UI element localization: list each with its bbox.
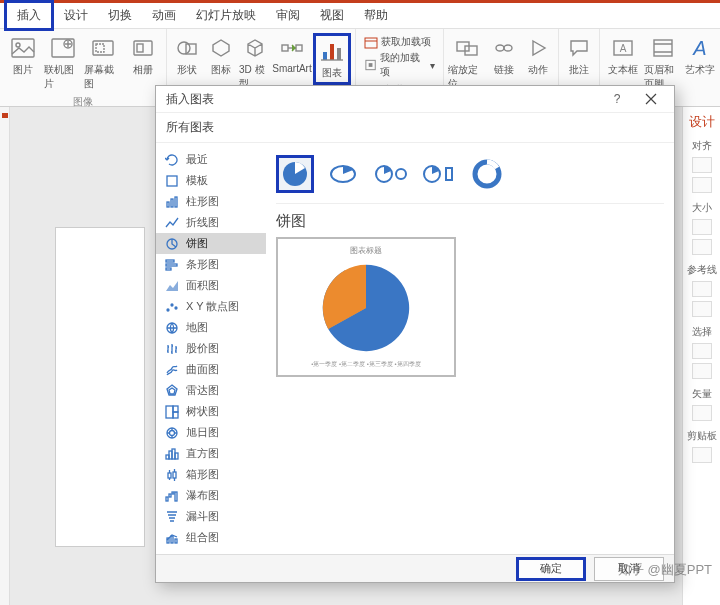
ribbon-link[interactable]: 链接 bbox=[488, 33, 520, 79]
ribbon-tab-slideshow[interactable]: 幻灯片放映 bbox=[186, 3, 266, 28]
ribbon-tab-review[interactable]: 审阅 bbox=[266, 3, 310, 28]
chart-type-area[interactable]: 面积图 bbox=[156, 275, 266, 296]
guide-tool-icon[interactable] bbox=[692, 301, 712, 317]
slide-thumbnail-strip[interactable] bbox=[0, 107, 10, 605]
size-tool-icon[interactable] bbox=[692, 239, 712, 255]
watermark: 知乎 @幽夏PPT bbox=[618, 561, 712, 579]
chart-type-map[interactable]: 地图 bbox=[156, 317, 266, 338]
ribbon-textbox[interactable]: A 文本框 bbox=[604, 33, 642, 79]
album-icon bbox=[130, 35, 156, 61]
side-panel-guides[interactable]: 参考线 bbox=[687, 263, 717, 277]
side-panel-select[interactable]: 选择 bbox=[692, 325, 712, 339]
ribbon-tab-design[interactable]: 设计 bbox=[54, 3, 98, 28]
chart-preview[interactable]: 图表标题 •第一季度 •第二季度 •第三季度 •第四季度 bbox=[276, 237, 456, 377]
chart-type-funnel[interactable]: 漏斗图 bbox=[156, 506, 266, 527]
svg-point-42 bbox=[170, 430, 175, 435]
ribbon-shapes[interactable]: 形状 bbox=[171, 33, 203, 79]
ribbon-3d-models[interactable]: 3D 模型 bbox=[239, 33, 271, 93]
side-panel-clipboard[interactable]: 剪贴板 bbox=[687, 429, 717, 443]
chart-type-pie[interactable]: 饼图 bbox=[156, 233, 266, 254]
chart-type-templates[interactable]: 模板 bbox=[156, 170, 266, 191]
svg-rect-29 bbox=[175, 197, 177, 207]
ribbon-tab-view[interactable]: 视图 bbox=[310, 3, 354, 28]
pie-subtype-3d[interactable] bbox=[324, 155, 362, 193]
ribbon-chart[interactable]: 图表 bbox=[313, 33, 351, 85]
chart-type-waterfall[interactable]: 瀑布图 bbox=[156, 485, 266, 506]
ribbon-photo-album-label: 相册 bbox=[133, 63, 153, 77]
chart-type-box[interactable]: 箱形图 bbox=[156, 464, 266, 485]
ribbon-tab-animations[interactable]: 动画 bbox=[142, 3, 186, 28]
svg-rect-26 bbox=[167, 176, 177, 186]
align-tool-icon[interactable] bbox=[692, 157, 712, 173]
chart-type-stock[interactable]: 股价图 bbox=[156, 338, 266, 359]
chart-type-line[interactable]: 折线图 bbox=[156, 212, 266, 233]
chart-type-list[interactable]: 最近 模板 柱形图 折线图 饼图 条形图 面积图 X Y 散点图 地图 股价图 … bbox=[156, 143, 266, 554]
side-panel-align[interactable]: 对齐 bbox=[692, 139, 712, 153]
svg-rect-61 bbox=[446, 168, 452, 180]
align-tool-icon[interactable] bbox=[692, 177, 712, 193]
svg-rect-38 bbox=[166, 406, 173, 418]
ribbon-photo-album[interactable]: 相册 bbox=[124, 33, 162, 79]
ribbon-get-addins[interactable]: 获取加载项 bbox=[364, 35, 435, 49]
size-tool-icon[interactable] bbox=[692, 219, 712, 235]
ribbon-comment[interactable]: 批注 bbox=[563, 33, 595, 79]
svg-rect-54 bbox=[171, 536, 173, 543]
vector-tool-icon[interactable] bbox=[692, 405, 712, 421]
svg-rect-48 bbox=[173, 472, 176, 478]
ribbon-wordart-label: 艺术字 bbox=[685, 63, 715, 77]
svg-rect-46 bbox=[175, 453, 178, 459]
guide-tool-icon[interactable] bbox=[692, 281, 712, 297]
svg-point-21 bbox=[504, 45, 512, 51]
chart-preview-title: 图表标题 bbox=[350, 245, 382, 256]
comment-icon bbox=[566, 35, 592, 61]
ribbon-action[interactable]: 动作 bbox=[522, 33, 554, 79]
ribbon-tab-transitions[interactable]: 切换 bbox=[98, 3, 142, 28]
ribbon-icons[interactable]: 图标 bbox=[205, 33, 237, 79]
svg-rect-14 bbox=[337, 48, 341, 60]
chart-type-bar[interactable]: 条形图 bbox=[156, 254, 266, 275]
ribbon-my-addins[interactable]: 我的加载项 ▾ bbox=[364, 51, 435, 79]
side-panel-size[interactable]: 大小 bbox=[692, 201, 712, 215]
chart-type-scatter[interactable]: X Y 散点图 bbox=[156, 296, 266, 317]
radar-chart-icon bbox=[164, 384, 180, 398]
chart-type-radar[interactable]: 雷达图 bbox=[156, 380, 266, 401]
dialog-ok-button[interactable]: 确定 bbox=[516, 557, 586, 581]
ribbon-smartart[interactable]: SmartArt bbox=[273, 33, 311, 76]
chart-type-histogram[interactable]: 直方图 bbox=[156, 443, 266, 464]
pie-subtype-doughnut[interactable] bbox=[468, 155, 506, 193]
slide-canvas[interactable] bbox=[55, 227, 145, 547]
pie-subtype-bar-of-pie[interactable] bbox=[420, 155, 458, 193]
stock-chart-icon bbox=[164, 342, 180, 356]
dialog-help-button[interactable]: ? bbox=[600, 86, 634, 112]
side-panel-vector[interactable]: 矢量 bbox=[692, 387, 712, 401]
ribbon-tab-help[interactable]: 帮助 bbox=[354, 3, 398, 28]
select-tool-icon[interactable] bbox=[692, 343, 712, 359]
dialog-close-button[interactable] bbox=[634, 86, 668, 112]
ribbon-tab-insert[interactable]: 插入 bbox=[4, 0, 54, 31]
ribbon-screenshot[interactable]: 屏幕截图 bbox=[84, 33, 122, 93]
ribbon-wordart[interactable]: A 艺术字 bbox=[684, 33, 716, 79]
ribbon-pictures[interactable]: 图片 bbox=[4, 33, 42, 79]
svg-rect-28 bbox=[171, 199, 173, 207]
chart-type-column[interactable]: 柱形图 bbox=[156, 191, 266, 212]
waterfall-chart-icon bbox=[164, 489, 180, 503]
chart-type-surface[interactable]: 曲面图 bbox=[156, 359, 266, 380]
bar-of-pie-icon bbox=[422, 162, 456, 186]
select-tool-icon[interactable] bbox=[692, 363, 712, 379]
ribbon-zoom[interactable]: 缩放定位 bbox=[448, 33, 486, 93]
ribbon-online-pictures-label: 联机图片 bbox=[44, 63, 82, 91]
chart-type-treemap[interactable]: 树状图 bbox=[156, 401, 266, 422]
chart-type-recent[interactable]: 最近 bbox=[156, 149, 266, 170]
chart-icon bbox=[319, 38, 345, 64]
ribbon-chart-label: 图表 bbox=[322, 66, 342, 80]
pie-subtype-of-pie[interactable] bbox=[372, 155, 410, 193]
chart-type-sunburst[interactable]: 旭日图 bbox=[156, 422, 266, 443]
chart-type-combo[interactable]: 组合图 bbox=[156, 527, 266, 548]
design-side-panel: 设计 对齐 大小 参考线 选择 矢量 剪贴板 bbox=[682, 107, 720, 605]
pie-subtype-basic[interactable] bbox=[276, 155, 314, 193]
svg-rect-55 bbox=[175, 539, 177, 543]
ribbon-online-pictures[interactable]: 联机图片 bbox=[44, 33, 82, 93]
clipboard-tool-icon[interactable] bbox=[692, 447, 712, 463]
ribbon-textbox-label: 文本框 bbox=[608, 63, 638, 77]
ribbon-header-footer[interactable]: 页眉和页脚 bbox=[644, 33, 682, 93]
